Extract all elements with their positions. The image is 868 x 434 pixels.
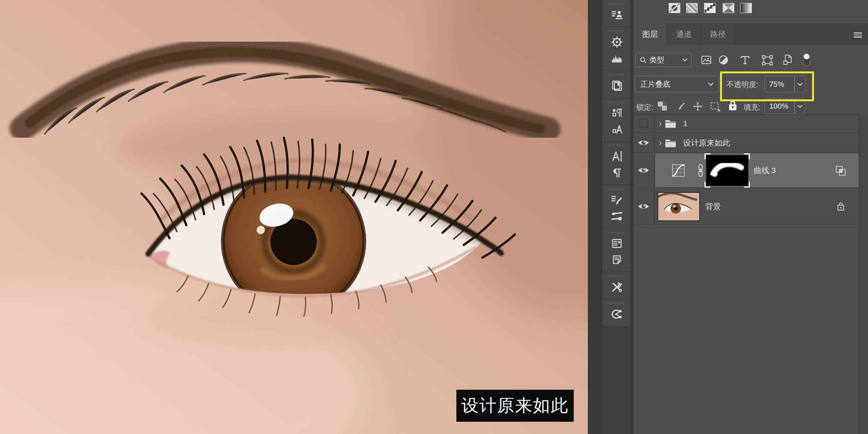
layer-name: 1: [683, 119, 688, 128]
share-panel-icon[interactable]: [603, 306, 630, 322]
type-layer-filter-icon[interactable]: [741, 55, 750, 66]
dock-group-8: [603, 272, 630, 299]
filter-kind-dropdown[interactable]: 类型: [636, 53, 691, 67]
curves-adjustment-icon[interactable]: [672, 164, 685, 177]
libraries-panel-icon[interactable]: [603, 77, 630, 94]
dock-group-7: [603, 229, 630, 271]
layer-row-group-design[interactable]: › 设计原来如此: [633, 134, 859, 153]
pixel-layer-filter-icon[interactable]: [701, 55, 712, 66]
gradient-thumb[interactable]: [740, 3, 752, 13]
brushes-panel-icon[interactable]: [603, 208, 630, 224]
mask-link-icon[interactable]: [697, 164, 704, 177]
eye-photo: [0, 0, 588, 434]
layer-mask-thumbnail[interactable]: [707, 156, 748, 185]
filter-toggle[interactable]: [802, 52, 811, 68]
lock-transparent-pixels-icon[interactable]: [658, 101, 667, 112]
visibility-toggle[interactable]: [633, 153, 655, 187]
chevron-down-icon: [682, 58, 687, 61]
eye-icon: [638, 203, 649, 210]
tab-paths[interactable]: 路径: [701, 23, 735, 45]
layer-row-curves-3[interactable]: 曲线 3: [633, 153, 859, 188]
lock-image-pixels-icon[interactable]: [676, 101, 686, 113]
group-expand-chevron[interactable]: ›: [659, 118, 662, 129]
character-panel-icon[interactable]: [603, 148, 630, 165]
background-lock-icon[interactable]: [836, 201, 845, 211]
tab-layers[interactable]: 图层: [633, 23, 667, 45]
layer-row-group-1[interactable]: › 1: [633, 115, 859, 133]
history-panel-icon[interactable]: [603, 7, 630, 23]
paragraph-panel-icon[interactable]: [603, 165, 630, 181]
watermark-caption: 设计原来如此: [456, 390, 574, 422]
fill-label: 填充:: [744, 102, 761, 112]
dock-group-1: [603, 0, 630, 26]
mask-selected-bracket: [744, 182, 750, 188]
dock-grip[interactable]: [608, 101, 625, 103]
field-divider: [794, 76, 795, 92]
eye-icon: [638, 139, 649, 146]
visibility-checkbox-empty: [639, 119, 648, 128]
layer-thumbnail[interactable]: [658, 193, 699, 220]
dock-grip[interactable]: [608, 188, 625, 190]
dock-grip[interactable]: [608, 144, 625, 147]
canvas-panel-gutter: [588, 0, 602, 434]
panel-menu-icon[interactable]: [854, 32, 862, 38]
filter-kind-value: 类型: [649, 55, 664, 65]
diagonal-stripes-thumb[interactable]: [686, 3, 698, 13]
layer-row-background[interactable]: 背景: [633, 189, 859, 225]
properties-panel-icon[interactable]: [603, 235, 630, 252]
dock-grip[interactable]: [608, 302, 625, 304]
visibility-toggle[interactable]: [633, 134, 655, 152]
circle-slash-thumb[interactable]: [669, 3, 680, 13]
fill-value: 100%: [769, 102, 788, 111]
dock-group-2: [603, 28, 630, 70]
paragraph-styles-panel-icon[interactable]: [603, 105, 630, 121]
document-canvas[interactable]: 设计原来如此: [0, 0, 588, 434]
blend-mode-dropdown[interactable]: 正片叠底: [635, 76, 719, 92]
navigator-panel-icon[interactable]: [603, 34, 630, 50]
dock-panel-seam: [630, 0, 633, 434]
dock-grip[interactable]: [608, 232, 625, 234]
field-divider: [794, 99, 795, 114]
shape-layer-filter-icon[interactable]: [762, 55, 773, 67]
bowtie-thumb[interactable]: [723, 3, 734, 13]
layers-scroll-gutter[interactable]: [859, 114, 868, 434]
chevron-down-icon[interactable]: [798, 83, 802, 86]
adjustment-layer-filter-icon[interactable]: [718, 55, 729, 67]
chevron-down-icon: [708, 83, 713, 86]
mask-content: [707, 156, 748, 185]
lock-position-icon[interactable]: [692, 101, 703, 114]
histogram-panel-icon[interactable]: [603, 50, 630, 67]
chevron-down-icon[interactable]: [798, 105, 802, 108]
brush-settings-panel-icon[interactable]: [603, 192, 630, 208]
mask-selected-bracket: [704, 182, 710, 188]
dock-grip[interactable]: [608, 30, 625, 32]
mask-selected-bracket: [744, 153, 750, 159]
tool-presets-panel-icon[interactable]: [603, 279, 630, 295]
overlap-squares-icon[interactable]: [836, 166, 846, 176]
lock-all-icon[interactable]: [727, 100, 738, 113]
group-expand-chevron[interactable]: ›: [659, 137, 662, 149]
smart-object-filter-icon[interactable]: [783, 54, 793, 67]
layers-panel: 图层 通道 路径 类型: [633, 0, 868, 434]
dock-grip[interactable]: [608, 74, 625, 76]
dock-grip[interactable]: [608, 3, 625, 5]
photoshop-window: 设计原来如此: [0, 0, 868, 434]
opacity-field[interactable]: 75%: [764, 76, 805, 92]
dock-group-3: [603, 71, 630, 97]
tab-bar-filler: [735, 23, 868, 45]
dock-group-6: [603, 185, 630, 228]
visibility-toggle[interactable]: [633, 189, 655, 224]
blend-mode-value: 正片叠底: [640, 79, 670, 89]
folder-icon: [665, 119, 677, 128]
character-styles-panel-icon[interactable]: [603, 121, 630, 137]
zigzag-thumb[interactable]: [704, 3, 716, 13]
search-icon: [640, 57, 647, 64]
tab-channels[interactable]: 通道: [667, 23, 701, 45]
visibility-toggle[interactable]: [633, 115, 655, 132]
dock-grip[interactable]: [608, 275, 625, 277]
notes-panel-icon[interactable]: [603, 252, 630, 268]
fill-field[interactable]: 100%: [764, 98, 805, 114]
lock-label: 锁定:: [636, 102, 653, 112]
mask-selected-bracket: [704, 153, 710, 159]
lock-artboard-icon[interactable]: [709, 101, 720, 113]
